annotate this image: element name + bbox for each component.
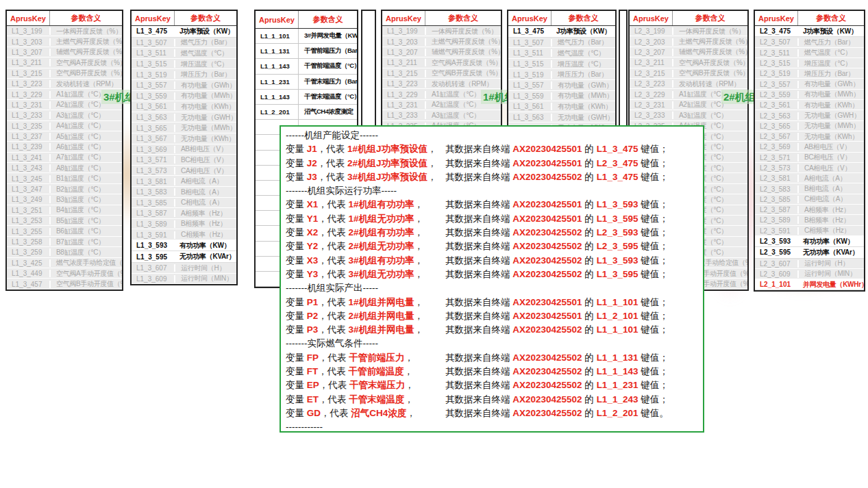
row-key: L1_3_241 [7,154,51,162]
table-row: L1_2_201沼气CH4浓度测定（%） [256,105,357,120]
table-row: L1_3_449空气阀A手动开度值（%） [7,268,122,279]
highlight-red-text: 1#机组J功率预设值 [347,144,427,154]
row-key: L1_3_229 [382,91,426,99]
table-row: L2_3_211空气阀A开度反馈（%） [630,57,747,68]
section-divider-line: -------机组实际产出----- [286,281,699,295]
row-key: L2_3_563 [755,112,799,120]
row-meaning: 增压温度（°C） [175,60,236,69]
table-row: L2_1_101并网发电量（KWHr） [755,279,864,290]
row-meaning: C相电流（A） [175,198,236,207]
row-meaning: 主燃气阀开度反馈（%） [426,37,501,47]
variable-mapping-line: 变量 J2，代表 2#机组J功率预设值，其数据来自终端 AX2023042550… [286,157,699,170]
table-row: L1_3_563无功电量（GWH） [508,112,615,123]
table-row: L1_1_231干管末端压力（Bar） [256,75,357,90]
highlight-red-text: 3#机组无功功率 [349,269,414,279]
variable-definition-text: 变量 Y2，代表 2#机组无功功率， [286,240,445,253]
table-row: L1_3_589B相频率（Hz） [132,219,236,230]
highlight-red-text: AX20230425502 [512,394,582,404]
row-key: L1_3_207 [7,49,51,56]
row-key: L1_3_247 [7,185,51,193]
table-header: AprusKey 参数含义 [755,11,864,26]
row-key: L2_3_567 [755,133,799,140]
row-key: L1_3_223 [7,80,51,88]
row-key: L1_3_569 [132,146,175,153]
table-row: L1_3_571BC相电压（V） [132,155,236,166]
row-key: L2_3_215 [630,70,673,77]
row-meaning: 辅燃气阀开度反馈（%） [673,47,747,57]
variable-mapping-line: 变量 P2，代表 2#机组并网电量，其数据来自终端 AX20230425501 … [286,309,699,323]
row-key: L1_3_561 [508,103,552,110]
row-meaning: J功率预设（KW） [551,27,615,36]
row-meaning: 有功电量（GWh） [552,81,615,90]
table-row: L1_3_249B3缸温度（°C） [7,194,122,205]
variable-mapping-notes-box: ------机组产能设定------变量 J1，代表 1#机组J功率预设值，其数… [280,125,704,433]
row-meaning: 无功电量（GWH） [552,113,615,123]
highlight-red-text: X2 [307,227,319,237]
row-meaning: 发动机转速（RPM） [51,79,122,89]
row-meaning: 发动机转速（RPM） [426,79,501,89]
row-meaning: B2缸温度（°C） [51,185,122,194]
variable-definition-text: 变量 J2，代表 2#机组J功率预设值， [286,157,445,170]
variable-definition-text: 变量 EP，代表 干管末端压力， [286,378,445,392]
section-divider-line: -------实际燃气条件----- [286,337,699,350]
highlight-red-text: AX20230425501 [512,297,582,307]
highlight-red-text: L1_1_231 [597,380,638,390]
table-row: L2_3_571BC相电压（V） [755,153,864,163]
column-header-meaning: 参数含义 [551,11,615,25]
table-row: L1_3_511燃气温度（°C） [508,48,615,59]
table-unit2-power: AprusKey 参数含义 L2_3_475J功率预设（KW）L2_3_507燃… [754,10,865,292]
table-row: L1_3_519增压压力（Bar） [508,69,615,80]
table-row: L2_3_203主燃气阀开度反馈（%） [630,36,747,47]
table-row: L2_3_609运行时间（MIN） [755,269,864,279]
row-meaning: CA相电压（V） [799,164,864,173]
row-key: L1_3_253 [7,217,51,224]
row-meaning: 燃气温度（°C） [175,49,236,58]
highlight-red-text: Y1 [307,214,319,224]
row-key: L1_3_229 [7,91,51,99]
row-key: L1_3_199 [382,27,426,35]
row-meaning: 一体阀开度反馈（%） [426,27,501,36]
table-row: L2_3_567无功电量（KWh） [755,131,864,142]
highlight-red-text: L1_2_201 [597,408,638,418]
row-key: L1_1_143 [256,90,299,104]
table-row: L2_3_519增压压力（Bar） [755,68,864,79]
variable-mapping-line: 变量 Y1，代表 1#机组无功功率，其数据来自终端 AX20230425501 … [286,212,699,226]
row-key: L1_3_511 [508,49,552,57]
table-header: AprusKey 参数含义 [132,11,236,26]
row-meaning: 燃气压力（Bar） [799,38,864,47]
row-meaning: BC相电压（V） [799,153,864,162]
highlight-red-text: 沼气CH4浓度 [351,408,406,418]
row-meaning: 有功功率（KW） [797,237,864,246]
variable-mapping-line: 变量 FT，代表 干管前端温度，其数据来自终端 AX20230425502 的 … [286,365,699,378]
row-meaning: A相电流（A） [175,177,236,186]
row-meaning: A3缸温度（°C） [426,111,501,120]
variable-mapping-line: 变量 X1，代表 1#机组有功功率，其数据来自终端 AX20230425501 … [286,198,699,211]
table-row: L1_3_233A3缸温度（°C） [382,110,501,120]
table-row: L1_3_241A7缸温度（°C） [7,153,122,163]
variable-definition-text: 变量 FP，代表 干管前端压力， [286,351,445,365]
table-row: L1_3_595无功功率（KVAr） [132,251,236,263]
table-row: L1_3_203主燃气阀开度反馈（%） [7,36,122,47]
row-key: L1_3_563 [508,114,552,121]
highlight-red-text: 1#机组无功功率 [349,214,414,224]
table-row: L1_3_245B1缸温度（°C） [7,173,122,183]
highlight-red-text: AX20230425502 [512,172,582,182]
row-meaning: 空气阀B开度反馈（%） [426,68,501,78]
row-key: L1_3_255 [7,228,51,235]
row-meaning: 燃气温度（°C） [552,49,615,58]
table-row: L1_3_561有功电量（KWh） [508,101,615,112]
highlight-red-text: L2_3_475 [597,158,638,168]
row-key: L2_3_203 [630,38,673,46]
row-meaning: 有功电量（MWh） [175,91,236,101]
row-key: L1_1_231 [256,75,299,89]
notes-lines: ------机组产能设定------变量 J1，代表 1#机组J功率预设值，其数… [286,129,699,435]
row-meaning: A相电流（A） [799,174,864,183]
table-row: L1_3_199一体阀开度反馈（%） [7,26,122,36]
highlight-red-text: L1_1_131 [597,352,638,363]
row-key: L2_3_573 [755,164,799,172]
row-meaning: 增压温度（°C） [552,60,615,69]
row-meaning: 空气阀A开度反馈（%） [673,58,747,68]
row-key: L1_3_215 [7,70,51,77]
table-row: L1_3_515增压温度（°C） [132,59,236,70]
highlight-red-text: AX20230425502 [512,324,582,335]
